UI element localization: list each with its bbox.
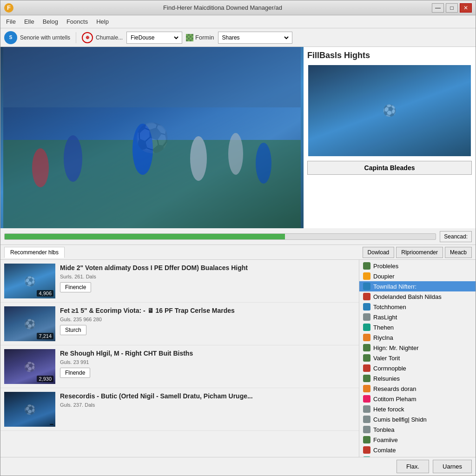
sidebar-item-label: Relsunies xyxy=(373,375,472,382)
right-sidebar: ProblelesDoupierTownllad Nifterr:Ondelan… xyxy=(359,260,476,457)
item-info-1: Mide 2" Voten aldimaty Doss I PE Dffer D… xyxy=(60,264,355,292)
maximize-button[interactable]: □ xyxy=(446,3,458,13)
tab-recommender[interactable]: Recommender hlbs xyxy=(4,247,65,258)
right-sidebar-item[interactable]: RasLight xyxy=(359,312,476,322)
dropdown-fiedouse[interactable]: FieDouse xyxy=(126,32,182,44)
grid-icon xyxy=(186,34,193,41)
menu-elle[interactable]: Elle xyxy=(20,16,38,27)
shares-select[interactable]: Shares xyxy=(220,34,290,41)
toolbar-divider-1 xyxy=(76,32,76,43)
main-window: F Find-Herer Maicditiona Downed Manager/… xyxy=(0,0,476,476)
item-count-1: 4,906 xyxy=(37,290,53,297)
item-thumbnail-1: ⚽ 4,906 xyxy=(4,264,55,298)
minimize-button[interactable]: — xyxy=(432,3,444,13)
sidebar-item-label: Doupier xyxy=(373,273,472,280)
sidebar-item-icon xyxy=(363,283,370,290)
title-bar: F Find-Herer Maicditiona Downed Manager/… xyxy=(0,0,476,15)
right-sidebar-item[interactable]: Hete forock xyxy=(359,404,476,414)
toolbar-service: S Senorie with urntells xyxy=(4,31,70,44)
preview-image: ⚽ xyxy=(0,47,304,228)
right-sidebar-item[interactable]: Relsunies xyxy=(359,373,476,383)
right-sidebar-item[interactable]: Researds doran xyxy=(359,383,476,394)
thumb-soccer-4: ⚽ xyxy=(4,392,55,427)
right-sidebar-item[interactable]: Ondelanded Balsh Nildas xyxy=(359,291,476,302)
right-sidebar-item[interactable]: Cumis bellfig| Shidn xyxy=(359,414,476,424)
capture-button[interactable]: Capinta Bleades xyxy=(307,161,472,175)
item-action-1[interactable]: Finencle xyxy=(60,282,91,292)
toolbar-formin: Formin xyxy=(186,34,214,41)
formin-label: Formin xyxy=(195,34,214,41)
right-sidebar-item[interactable]: Thehen xyxy=(359,322,476,332)
content-area: ⚽ xyxy=(0,47,476,457)
window-title: Find-Herer Maicditiona Downed Manager/ad xyxy=(13,4,432,11)
right-sidebar-item[interactable]: Cormnopble xyxy=(359,363,476,373)
right-sidebar-item[interactable]: Townllad Nifterr: xyxy=(359,281,476,291)
sidebar-item-icon xyxy=(363,375,370,382)
sidebar-item-icon xyxy=(363,446,370,454)
flax-button[interactable]: Flax. xyxy=(397,460,429,473)
item-action-2[interactable]: Sturch xyxy=(60,325,86,335)
right-sidebar-item[interactable]: Tonblea xyxy=(359,424,476,435)
sidebar-item-label: Cormnopble xyxy=(373,365,472,372)
right-sidebar-item[interactable]: Totchhomen xyxy=(359,302,476,312)
list-scroll[interactable]: ⚽ 4,906 Mide 2" Voten aldimaty Doss I PE… xyxy=(0,260,359,457)
recommender-button[interactable]: Rlprioomender xyxy=(396,247,443,258)
right-sidebar-item[interactable]: Riyclna xyxy=(359,332,476,343)
right-sidebar-item[interactable]: Doupier xyxy=(359,271,476,281)
menu-file[interactable]: File xyxy=(2,16,20,27)
sidebar-item-icon xyxy=(363,272,370,280)
sidebar-item-icon xyxy=(363,262,370,270)
sidebar-item-icon xyxy=(363,405,370,413)
menu-help[interactable]: Help xyxy=(93,16,112,27)
list-item: ⚽ Resecordis - Butic (Orted Nigil - Same… xyxy=(0,388,359,431)
service-logo: S xyxy=(4,31,17,44)
sidebar-item-icon xyxy=(363,324,370,331)
preview-area: ⚽ xyxy=(0,47,476,228)
window-controls: — □ ✕ xyxy=(432,3,472,13)
preview-title: FillBasls Hights xyxy=(307,51,472,60)
sidebar-item-label: Researds doran xyxy=(373,385,472,392)
right-sidebar-item[interactable]: Probleles xyxy=(359,261,476,271)
download-button[interactable]: Dowload xyxy=(363,247,395,258)
right-sidebar-item[interactable]: Hign: Mr. Nighter xyxy=(359,343,476,353)
toolbar: S Senorie with urntells ⊕ Chumale... Fie… xyxy=(0,28,476,47)
sidebar-item-label: RasLight xyxy=(373,314,472,321)
right-sidebar-item[interactable]: Comlate xyxy=(359,445,476,455)
meacb-button[interactable]: Meacb xyxy=(445,247,472,258)
sidebar-item-icon xyxy=(363,364,370,372)
thumb-icon-4: ⚽ xyxy=(4,392,55,427)
item-title-4: Resecordis - Butic (Orted Nigil - Samell… xyxy=(60,392,355,400)
item-title-3: Re Shough Hlgil, M - Right CHT Buit Bist… xyxy=(60,349,355,357)
preview-thumbnail[interactable]: ⚽ xyxy=(307,64,472,157)
fiedouse-select[interactable]: FieDouse xyxy=(129,34,180,41)
item-info-2: Fet ≥1 5" & Ecorimp Viota: - 🖥 16 PF Tra… xyxy=(60,306,355,335)
app-logo: F xyxy=(4,3,13,13)
item-count-4 xyxy=(50,424,53,425)
menu-fooncts[interactable]: Fooncts xyxy=(63,16,92,27)
right-list[interactable]: ProblelesDoupierTownllad Nifterr:Ondelan… xyxy=(359,260,476,457)
tabs-area: Recommender hlbs Dowload Rlprioomender M… xyxy=(0,245,476,260)
sidebar-item-icon xyxy=(363,344,370,351)
channel-logo: ⊕ xyxy=(82,32,93,43)
search-advanced-button[interactable]: Seancad: xyxy=(440,231,472,242)
item-title-2: Fet ≥1 5" & Ecorimp Viota: - 🖥 16 PF Tra… xyxy=(60,306,355,315)
preview-main: ⚽ xyxy=(0,47,304,228)
sidebar-item-label: Townllad Nifterr: xyxy=(373,283,472,290)
preview-sidebar: FillBasls Hights ⚽ Capinta Bleades xyxy=(304,47,476,228)
item-action-3[interactable]: Flnende xyxy=(60,368,90,378)
uarnes-button[interactable]: Uarnes xyxy=(433,460,472,473)
menu-bar: File Elle Belog Fooncts Help xyxy=(0,15,476,28)
sidebar-item-icon xyxy=(363,354,370,362)
right-sidebar-item[interactable]: Foamiive xyxy=(359,435,476,445)
right-sidebar-item[interactable]: Valer Torit xyxy=(359,353,476,363)
item-thumbnail-2: ⚽ 7,214 xyxy=(4,306,55,341)
item-sub-2: Guls. 235 966 280 xyxy=(60,317,355,322)
sidebar-item-label: Tonblea xyxy=(373,426,472,433)
item-title-1: Mide 2" Voten aldimaty Doss I PE Dffer D… xyxy=(60,264,355,272)
close-button[interactable]: ✕ xyxy=(460,3,472,13)
right-sidebar-item[interactable]: Cotitom Pleham xyxy=(359,394,476,404)
menu-belog[interactable]: Belog xyxy=(39,16,62,27)
sidebar-item-label: Hete forock xyxy=(373,406,472,413)
item-sub-1: Surls. 261. Dals xyxy=(60,274,355,279)
dropdown-shares[interactable]: Shares xyxy=(218,32,292,44)
